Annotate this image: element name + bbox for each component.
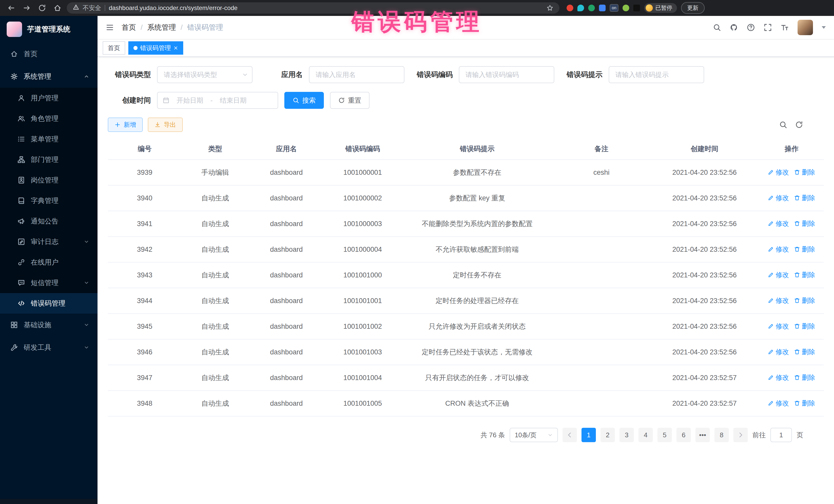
sidebar-item-dictionary[interactable]: 字典管理 (0, 191, 97, 211)
delete-link[interactable]: 删除 (794, 270, 815, 280)
search-button[interactable]: 搜索 (284, 92, 324, 109)
prev-page-button[interactable] (563, 428, 577, 442)
delete-link[interactable]: 删除 (794, 322, 815, 331)
page-size-select[interactable]: 10条/页 (510, 428, 558, 442)
breadcrumb-home[interactable]: 首页 (122, 23, 136, 32)
error-code-label: 错误码编码 (417, 70, 453, 80)
delete-link[interactable]: 删除 (794, 296, 815, 305)
extension-badge-on[interactable]: on (610, 4, 618, 12)
end-date-input[interactable] (215, 96, 252, 105)
sidebar-item-dev-tools[interactable]: 研发工具 (0, 336, 97, 359)
tab-error-codes[interactable]: 错误码管理 (128, 41, 183, 54)
sidebar-item-users[interactable]: 用户管理 (0, 88, 97, 108)
page-button-3[interactable]: 3 (619, 428, 634, 442)
edit-link[interactable]: 修改 (768, 399, 789, 408)
extension-pin-icon[interactable] (633, 5, 640, 11)
avatar-caret-icon[interactable] (822, 26, 826, 29)
chevron-right-icon (737, 432, 744, 438)
edit-link[interactable]: 修改 (768, 373, 789, 382)
edit-link[interactable]: 修改 (768, 219, 789, 228)
page-button-4[interactable]: 4 (638, 428, 653, 442)
goto-suffix: 页 (796, 431, 803, 440)
close-icon[interactable] (174, 46, 178, 50)
refresh-table-icon[interactable] (795, 120, 803, 129)
sidebar-item-announcements[interactable]: 通知公告 (0, 211, 97, 232)
download-icon (154, 122, 161, 128)
extension-icon-green[interactable] (588, 5, 595, 11)
back-icon[interactable] (7, 4, 15, 12)
page-button-1[interactable]: 1 (581, 428, 596, 442)
breadcrumb-system[interactable]: 系统管理 (147, 23, 176, 32)
sidebar-item-home[interactable]: 首页 (0, 43, 97, 65)
edit-link[interactable]: 修改 (768, 168, 789, 177)
sidebar-item-menus[interactable]: 菜单管理 (0, 129, 97, 149)
font-size-icon[interactable] (781, 23, 789, 31)
sidebar-item-error-codes[interactable]: 错误码管理 (0, 293, 97, 313)
sidebar-item-departments[interactable]: 部门管理 (0, 149, 97, 170)
page-button-5[interactable]: 5 (657, 428, 672, 442)
reset-button[interactable]: 重置 (330, 92, 370, 109)
delete-link[interactable]: 删除 (794, 373, 815, 382)
bookmark-star-icon[interactable] (547, 5, 553, 11)
error-type-select-input[interactable] (157, 66, 253, 83)
sidebar-item-infrastructure[interactable]: 基础设施 (0, 313, 97, 336)
delete-link[interactable]: 删除 (794, 168, 815, 177)
help-icon[interactable] (747, 23, 755, 31)
delete-link[interactable]: 删除 (794, 348, 815, 356)
edit-link[interactable]: 修改 (768, 348, 789, 356)
hamburger-icon[interactable] (106, 23, 114, 31)
next-page-button[interactable] (733, 428, 748, 442)
navbar-actions (713, 20, 826, 35)
edit-link[interactable]: 修改 (768, 245, 789, 254)
app-name-input[interactable] (309, 66, 404, 83)
start-date-input[interactable] (171, 96, 208, 105)
id-badge-icon (18, 176, 25, 184)
page-ellipsis[interactable]: ••• (696, 428, 710, 442)
edit-link[interactable]: 修改 (768, 194, 789, 202)
sidebar-item-sms[interactable]: 短信管理 (0, 272, 97, 293)
search-icon[interactable] (713, 23, 721, 31)
extension-icon-teal[interactable] (577, 5, 584, 11)
page-button-8[interactable]: 8 (715, 428, 729, 442)
edit-icon (768, 195, 774, 201)
profile-paused-chip[interactable]: 已暂停 (644, 3, 677, 13)
toggle-search-icon[interactable] (779, 120, 787, 129)
create-time-label: 创建时间 (108, 95, 151, 105)
export-button[interactable]: 导出 (148, 117, 183, 132)
sidebar-item-roles[interactable]: 角色管理 (0, 108, 97, 129)
github-icon[interactable] (730, 23, 738, 31)
extension-icon-red[interactable] (567, 5, 573, 11)
extension-icon-leaf[interactable] (622, 5, 629, 11)
sidebar-item-online-users[interactable]: 在线用户 (0, 252, 97, 272)
date-range-picker[interactable]: - (157, 92, 278, 109)
goto-page-input[interactable] (770, 428, 792, 442)
sidebar-item-positions[interactable]: 岗位管理 (0, 170, 97, 191)
extension-icon-blue[interactable] (599, 5, 606, 11)
edit-link[interactable]: 修改 (768, 322, 789, 331)
address-bar[interactable]: 不安全 dashboard.yudao.iocoder.cn/system/er… (67, 2, 559, 14)
delete-link[interactable]: 删除 (794, 194, 815, 202)
delete-link[interactable]: 删除 (794, 219, 815, 228)
home-icon[interactable] (53, 4, 62, 12)
reload-icon[interactable] (38, 4, 46, 12)
page-button-2[interactable]: 2 (600, 428, 615, 442)
sidebar-item-system[interactable]: 系统管理 (0, 65, 97, 88)
table-toolbar: 新增 导出 (108, 117, 824, 132)
error-type-select[interactable] (157, 66, 253, 83)
delete-link[interactable]: 删除 (794, 399, 815, 408)
tab-home[interactable]: 首页 (103, 41, 125, 54)
delete-link[interactable]: 删除 (794, 245, 815, 254)
fullscreen-icon[interactable] (764, 23, 772, 31)
col-msg: 错误码提示 (401, 138, 553, 160)
forward-icon[interactable] (23, 4, 31, 12)
user-avatar[interactable] (797, 20, 813, 35)
edit-link[interactable]: 修改 (768, 296, 789, 305)
trash-icon (794, 195, 800, 201)
add-button[interactable]: 新增 (108, 117, 143, 132)
sidebar-item-audit-logs[interactable]: 审计日志 (0, 232, 97, 252)
browser-update-button[interactable]: 更新 (681, 2, 705, 14)
error-msg-input[interactable] (609, 66, 704, 83)
page-button-6[interactable]: 6 (676, 428, 691, 442)
error-code-input[interactable] (459, 66, 554, 83)
edit-link[interactable]: 修改 (768, 270, 789, 280)
